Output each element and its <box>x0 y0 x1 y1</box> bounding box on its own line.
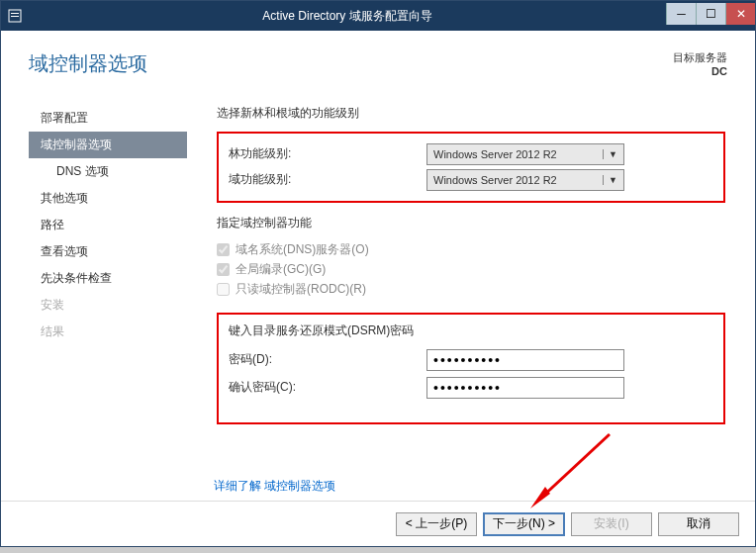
svg-line-3 <box>540 434 610 499</box>
gc-checkbox-row: 全局编录(GC)(G) <box>217 261 725 278</box>
target-value: DC <box>673 64 727 78</box>
previous-button[interactable]: < 上一步(P) <box>396 512 477 536</box>
wizard-nav: 部署配置 域控制器选项 DNS 选项 其他选项 路径 查看选项 先决条件检查 安… <box>29 89 187 436</box>
functional-level-title: 选择新林和根域的功能级别 <box>217 105 725 122</box>
gc-checkbox <box>217 263 230 276</box>
titlebar: Active Directory 域服务配置向导 ─ ☐ ✕ <box>1 1 755 31</box>
nav-review[interactable]: 查看选项 <box>29 238 187 265</box>
dc-capabilities-title: 指定域控制器功能 <box>217 215 725 231</box>
rodc-checkbox-row: 只读域控制器(RODC)(R) <box>217 281 725 298</box>
domain-level-select[interactable]: Windows Server 2012 R2 ▼ <box>426 169 624 191</box>
forest-level-label: 林功能级别: <box>229 145 426 162</box>
rodc-checkbox <box>217 283 230 296</box>
password-label: 密码(D): <box>229 351 426 368</box>
dns-checkbox <box>217 243 230 256</box>
functional-level-box: 林功能级别: Windows Server 2012 R2 ▼ 域功能级别: W… <box>217 132 725 203</box>
domain-level-value: Windows Server 2012 R2 <box>433 174 557 186</box>
main-panel: 选择新林和根域的功能级别 林功能级别: Windows Server 2012 … <box>187 89 755 436</box>
rodc-checkbox-label: 只读域控制器(RODC)(R) <box>236 281 366 298</box>
minimize-button[interactable]: ─ <box>666 3 696 25</box>
next-button[interactable]: 下一步(N) > <box>483 512 565 536</box>
svg-rect-1 <box>11 13 19 14</box>
chevron-down-icon: ▼ <box>603 175 617 185</box>
wizard-footer: < 上一步(P) 下一步(N) > 安装(I) 取消 <box>1 501 755 546</box>
learn-more-link[interactable]: 详细了解 域控制器选项 <box>214 479 335 493</box>
confirm-password-input[interactable] <box>426 377 624 399</box>
dns-checkbox-row: 域名系统(DNS)服务器(O) <box>217 241 725 258</box>
dsrm-title: 键入目录服务还原模式(DSRM)密码 <box>229 323 713 339</box>
dns-checkbox-label: 域名系统(DNS)服务器(O) <box>236 241 369 258</box>
maximize-button[interactable]: ☐ <box>696 3 725 25</box>
forest-level-value: Windows Server 2012 R2 <box>433 148 557 160</box>
confirm-password-label: 确认密码(C): <box>229 379 426 396</box>
page-header: 域控制器选项 目标服务器 DC <box>1 31 755 89</box>
cancel-button[interactable]: 取消 <box>658 512 739 536</box>
target-server: 目标服务器 DC <box>673 50 727 79</box>
install-button: 安装(I) <box>571 512 652 536</box>
nav-prereq[interactable]: 先决条件检查 <box>29 265 187 292</box>
nav-other-options[interactable]: 其他选项 <box>29 185 187 212</box>
nav-deployment[interactable]: 部署配置 <box>29 105 187 132</box>
password-input[interactable] <box>426 349 624 371</box>
gc-checkbox-label: 全局编录(GC)(G) <box>236 261 326 278</box>
window-title: Active Directory 域服务配置向导 <box>29 8 666 25</box>
chevron-down-icon: ▼ <box>603 149 617 159</box>
nav-dc-options[interactable]: 域控制器选项 <box>29 132 187 158</box>
target-label: 目标服务器 <box>673 50 727 64</box>
nav-install: 安装 <box>29 292 187 319</box>
close-button[interactable]: ✕ <box>725 3 755 25</box>
nav-dns-options[interactable]: DNS 选项 <box>29 158 187 185</box>
svg-rect-2 <box>11 16 19 17</box>
nav-paths[interactable]: 路径 <box>29 212 187 238</box>
forest-level-select[interactable]: Windows Server 2012 R2 ▼ <box>426 143 624 165</box>
app-icon <box>1 9 29 23</box>
page-title: 域控制器选项 <box>29 50 147 77</box>
nav-results: 结果 <box>29 319 187 345</box>
dsrm-password-box: 键入目录服务还原模式(DSRM)密码 密码(D): 确认密码(C): <box>217 313 725 424</box>
domain-level-label: 域功能级别: <box>229 171 426 188</box>
